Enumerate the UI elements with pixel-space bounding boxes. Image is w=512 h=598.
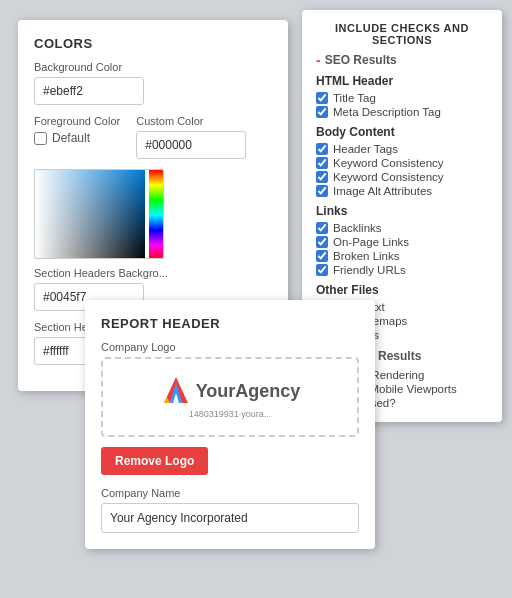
label-backlinks: Backlinks: [333, 222, 382, 234]
check-broken-links: Broken Links: [316, 249, 488, 263]
label-title-tag: Title Tag: [333, 92, 376, 104]
label-header-tags: Header Tags: [333, 143, 398, 155]
logo-upload-area[interactable]: YourAgency 1480319931·youra...: [101, 357, 359, 437]
check-title-tag: Title Tag: [316, 91, 488, 105]
seo-minus-icon: -: [316, 52, 321, 68]
seo-toggle[interactable]: - SEO Results: [316, 52, 488, 68]
color-picker[interactable]: [34, 169, 164, 259]
custom-color-label: Custom Color: [136, 115, 246, 127]
logo-sub-text: 1480319931·youra...: [189, 409, 272, 419]
checkbox-onpage-links[interactable]: [316, 236, 328, 248]
check-image-alt: Image Alt Attributes: [316, 184, 488, 198]
logo-placeholder: YourAgency 1480319931·youra...: [160, 375, 301, 419]
colors-title: COLORS: [34, 36, 272, 51]
checkbox-backlinks[interactable]: [316, 222, 328, 234]
checkbox-header-tags[interactable]: [316, 143, 328, 155]
check-header-tags: Header Tags: [316, 142, 488, 156]
checkbox-friendly-urls[interactable]: [316, 264, 328, 276]
other-files-label: Other Files: [316, 283, 488, 297]
html-header-label: HTML Header: [316, 74, 488, 88]
label-broken-links: Broken Links: [333, 250, 399, 262]
section-headers-bg-label: Section Headers Backgro...: [34, 267, 272, 279]
label-friendly-urls: Friendly URLs: [333, 264, 406, 276]
custom-color-field: Custom Color: [136, 115, 246, 159]
foreground-color-label: Foreground Color: [34, 115, 120, 127]
check-backlinks: Backlinks: [316, 221, 488, 235]
check-keyword-2: Keyword Consistency: [316, 170, 488, 184]
default-label: Default: [52, 131, 90, 145]
check-friendly-urls: Friendly URLs: [316, 263, 488, 277]
check-keyword-1: Keyword Consistency: [316, 156, 488, 170]
checkbox-keyword-1[interactable]: [316, 157, 328, 169]
company-name-label: Company Name: [101, 487, 359, 499]
check-meta-desc: Meta Description Tag: [316, 105, 488, 119]
checkbox-meta-desc[interactable]: [316, 106, 328, 118]
hue-bar[interactable]: [149, 170, 163, 259]
company-logo-label: Company Logo: [101, 341, 359, 353]
custom-color-input[interactable]: [136, 131, 246, 159]
checkbox-keyword-2[interactable]: [316, 171, 328, 183]
label-keyword-1: Keyword Consistency: [333, 157, 444, 169]
links-label: Links: [316, 204, 488, 218]
check-onpage-links: On-Page Links: [316, 235, 488, 249]
label-keyword-2: Keyword Consistency: [333, 171, 444, 183]
color-gradient: [35, 170, 145, 259]
background-color-field: Background Color: [34, 61, 272, 105]
background-color-label: Background Color: [34, 61, 272, 73]
default-checkbox[interactable]: [34, 132, 47, 145]
label-image-alt: Image Alt Attributes: [333, 185, 432, 197]
logo-text-main: YourAgency: [160, 375, 301, 407]
body-content-label: Body Content: [316, 125, 488, 139]
checkbox-image-alt[interactable]: [316, 185, 328, 197]
default-checkbox-row: Default: [34, 131, 120, 145]
seo-toggle-label: SEO Results: [325, 53, 397, 67]
report-panel: REPORT HEADER Company Logo YourAgency 14…: [85, 300, 375, 549]
agency-logo-icon: [160, 375, 192, 407]
report-title: REPORT HEADER: [101, 316, 359, 331]
logo-brand-name: YourAgency: [196, 381, 301, 402]
label-onpage-links: On-Page Links: [333, 236, 409, 248]
foreground-custom-row: Foreground Color Default Custom Color: [34, 115, 272, 159]
checks-title: INCLUDE CHECKS AND SECTIONS: [316, 22, 488, 46]
foreground-color-field: Foreground Color Default: [34, 115, 120, 145]
company-name-input[interactable]: [101, 503, 359, 533]
label-meta-desc: Meta Description Tag: [333, 106, 441, 118]
remove-logo-button[interactable]: Remove Logo: [101, 447, 208, 475]
checkbox-title-tag[interactable]: [316, 92, 328, 104]
checkbox-broken-links[interactable]: [316, 250, 328, 262]
background-color-input[interactable]: [34, 77, 144, 105]
